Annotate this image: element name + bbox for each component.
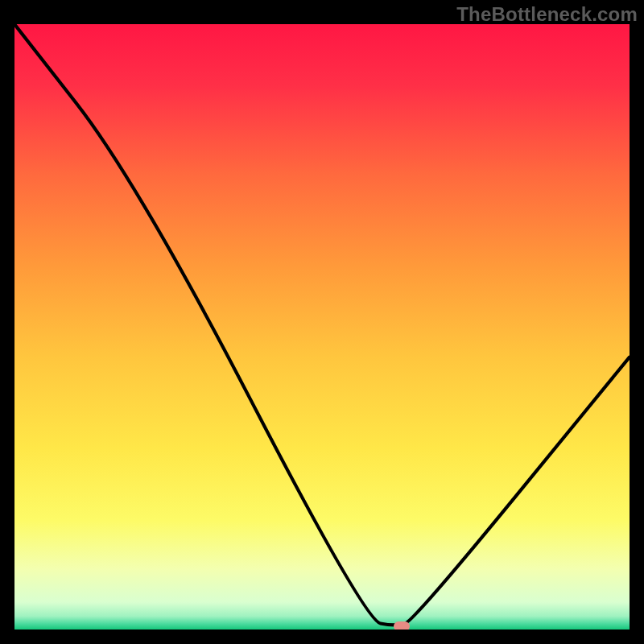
watermark-text: TheBottleneck.com bbox=[456, 3, 638, 26]
optimal-point-marker bbox=[394, 621, 410, 630]
chart-frame: TheBottleneck.com bbox=[0, 0, 644, 644]
bottleneck-curve bbox=[14, 24, 630, 630]
plot-area bbox=[14, 24, 630, 630]
